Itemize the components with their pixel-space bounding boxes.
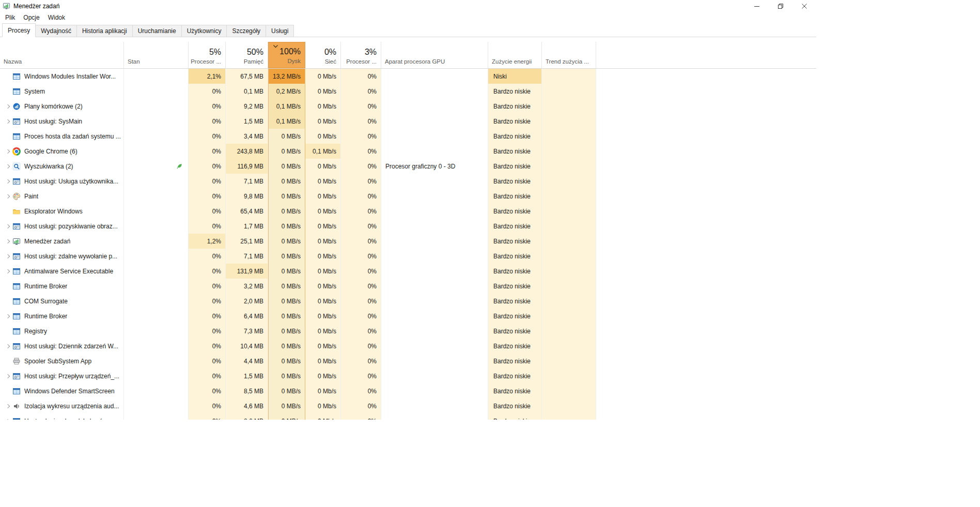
process-row[interactable]: Eksplorator Windows0%65,4 MB0 MB/s0 Mb/s… (0, 204, 816, 219)
process-row[interactable]: Paint0%9,8 MB0 MB/s0 Mb/s0%Bardzo niskie (0, 189, 816, 204)
expand-chevron-icon[interactable] (3, 189, 12, 204)
column-header-disk[interactable]: 100%Dysk (268, 42, 305, 68)
cell-cpu: 0% (189, 84, 226, 99)
process-row[interactable]: Wyszukiwarka (2)0%116,9 MB0 MB/s0 Mb/s0%… (0, 159, 816, 174)
cell-disk: 0 MB/s (268, 413, 305, 420)
process-row[interactable]: Proces hosta dla zadań systemu ...0%3,4 … (0, 129, 816, 144)
expand-chevron-icon[interactable] (3, 264, 12, 279)
cell-cpu: 0% (189, 189, 226, 204)
cell-power-trend (542, 69, 596, 84)
host-service-icon (12, 417, 21, 420)
cell-disk: 0 MB/s (268, 309, 305, 324)
cell-status (124, 354, 189, 368)
close-button[interactable] (792, 0, 816, 12)
column-header-power[interactable]: Zużycie energii (488, 42, 542, 68)
process-row[interactable]: System0%0,1 MB0,2 MB/s0 Mb/s0%Bardzo nis… (0, 84, 816, 99)
tab-procesy[interactable]: Procesy (2, 23, 36, 37)
column-header-gpu[interactable]: 3%Procesor ... (341, 42, 381, 68)
expand-chevron-icon[interactable] (3, 234, 12, 249)
cell-disk: 0 MB/s (268, 398, 305, 413)
column-label: Sieć (305, 58, 340, 65)
column-header-memory[interactable]: 50%Pamięć (226, 42, 268, 68)
restore-button[interactable] (769, 0, 792, 12)
cell-power: Bardzo niskie (488, 309, 542, 324)
cell-cpu: 0% (189, 249, 226, 264)
tab-historia-aplikacji[interactable]: Historia aplikacji (76, 25, 133, 37)
expand-chevron-icon[interactable] (3, 159, 12, 174)
column-header-power-trend[interactable]: Trend zużycia ... (542, 42, 596, 68)
app-window-icon (12, 267, 21, 275)
expand-chevron-icon[interactable] (3, 99, 12, 114)
expand-chevron-icon[interactable] (3, 398, 12, 413)
expand-chevron-icon[interactable] (3, 174, 12, 189)
cell-power-trend (542, 279, 596, 294)
column-header-network[interactable]: 0%Sieć (305, 42, 341, 68)
cell-cpu: 0% (189, 279, 226, 294)
cell-status (124, 234, 189, 249)
column-header-gpu-engine[interactable]: Aparat procesora GPU (381, 42, 488, 68)
cell-cpu: 0% (189, 174, 226, 189)
process-row[interactable]: Host usługi: Dziennik zdarzeń W...0%10,4… (0, 339, 816, 354)
process-row[interactable]: Windows Modules Installer Wor...2,1%67,5… (0, 69, 816, 84)
cell-power-trend (542, 144, 596, 159)
cell-gpu-engine (381, 69, 488, 84)
cell-cpu: 0% (189, 114, 226, 129)
app-window-icon (12, 312, 21, 320)
process-row[interactable]: Menedżer zadań1,2%25,1 MB0 MB/s0 Mb/s0%B… (0, 234, 816, 249)
cell-power: Bardzo niskie (488, 219, 542, 234)
cell-status (124, 189, 189, 204)
column-header-status[interactable]: Stan (124, 42, 189, 68)
process-row[interactable]: Antimalware Service Executable0%131,9 MB… (0, 264, 816, 279)
expand-chevron-icon[interactable] (3, 368, 12, 383)
tab-uruchamianie[interactable]: Uruchamianie (132, 25, 182, 37)
minimize-button[interactable] (745, 0, 769, 12)
cell-name: Host usługi: SysMain (0, 114, 124, 129)
cell-gpu-engine (381, 114, 488, 129)
tab-szczegóły[interactable]: Szczegóły (226, 25, 266, 37)
process-row[interactable]: Host usługi: Przepływ urządzeń_...0%1,5 … (0, 368, 816, 383)
menu-widok[interactable]: Widok (44, 12, 69, 23)
process-row[interactable]: Google Chrome (6)0%243,8 MB0 MB/s0,1 Mb/… (0, 144, 816, 159)
cell-name: COM Surrogate (0, 294, 124, 309)
process-row[interactable]: Runtime Broker0%3,2 MB0 MB/s0 Mb/s0%Bard… (0, 279, 816, 294)
window-title: Menedżer zadań (13, 3, 59, 10)
tab-użytkownicy[interactable]: Użytkownicy (181, 25, 227, 37)
expander-spacer (3, 324, 12, 339)
process-row[interactable]: Host usługi: usługa lokalna (ogr...0%2,6… (0, 413, 816, 420)
expand-chevron-icon[interactable] (3, 144, 12, 159)
menu-opcje[interactable]: Opcje (19, 12, 43, 23)
cell-memory: 7,1 MB (226, 249, 268, 264)
cell-name: Menedżer zadań (0, 234, 124, 249)
cell-status (124, 398, 189, 413)
process-row[interactable]: COM Surrogate0%2,0 MB0 MB/s0 Mb/s0%Bardz… (0, 294, 816, 309)
menu-plik[interactable]: Plik (1, 12, 19, 23)
expand-chevron-icon[interactable] (3, 413, 12, 420)
process-row[interactable]: Registry0%7,3 MB0 MB/s0 Mb/s0%Bardzo nis… (0, 324, 816, 339)
column-header-name[interactable]: Nazwa (0, 42, 124, 68)
process-row[interactable]: Host usługi: zdalne wywołanie p...0%7,1 … (0, 249, 816, 264)
process-row[interactable]: Host usługi: Usługa użytkownika...0%7,1 … (0, 174, 816, 189)
expand-chevron-icon[interactable] (3, 114, 12, 129)
column-header-cpu[interactable]: 5%Procesor ... (189, 42, 226, 68)
process-row[interactable]: Host usługi: SysMain0%1,5 MB0,1 MB/s0 Mb… (0, 114, 816, 129)
expand-chevron-icon[interactable] (3, 309, 12, 324)
sort-direction-icon (273, 44, 278, 48)
process-row[interactable]: Plany komórkowe (2)0%9,2 MB0,1 MB/s0 Mb/… (0, 99, 816, 114)
process-row[interactable]: Host usługi: pozyskiwanie obraz...0%1,7 … (0, 219, 816, 234)
tab-usługi[interactable]: Usługi (266, 25, 294, 37)
process-name: Host usługi: zdalne wywołanie p... (24, 253, 117, 260)
process-row[interactable]: Spooler SubSystem App0%4,4 MB0 MB/s0 Mb/… (0, 354, 816, 368)
column-label: Pamięć (226, 58, 268, 65)
process-row[interactable]: Runtime Broker0%6,4 MB0 MB/s0 Mb/s0%Bard… (0, 309, 816, 324)
tab-wydajność[interactable]: Wydajność (35, 25, 77, 37)
expand-chevron-icon[interactable] (3, 249, 12, 264)
cell-status (124, 324, 189, 339)
cell-power-trend (542, 189, 596, 204)
cell-memory: 2,0 MB (226, 294, 268, 309)
process-row[interactable]: Izolacja wykresu urządzenia aud...0%4,6 … (0, 398, 816, 413)
expand-chevron-icon[interactable] (3, 219, 12, 234)
cell-name: Host usługi: Przepływ urządzeń_... (0, 368, 124, 383)
process-row[interactable]: Windows Defender SmartScreen0%8,5 MB0 MB… (0, 383, 816, 398)
expand-chevron-icon[interactable] (3, 339, 12, 354)
cell-power: Bardzo niskie (488, 339, 542, 354)
